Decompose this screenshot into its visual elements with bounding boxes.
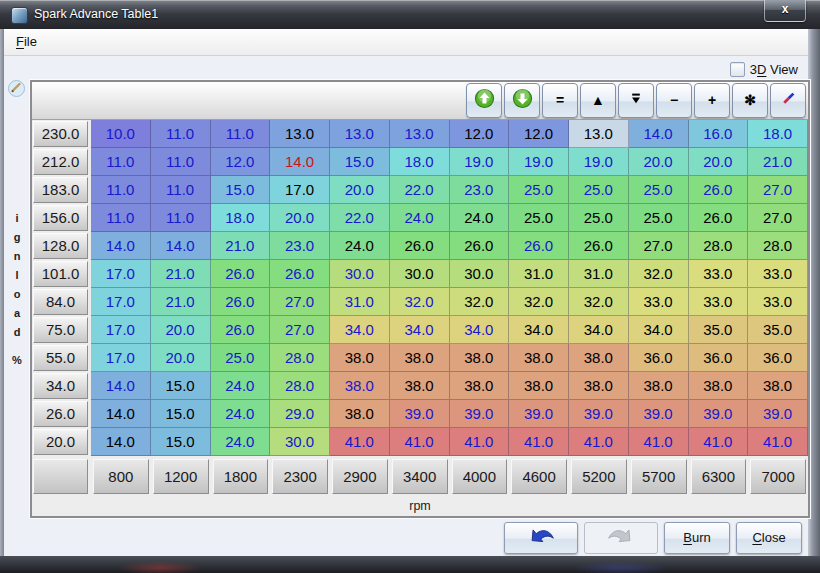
table-cell-84.0-800[interactable]: 17.0 (91, 288, 151, 316)
table-cell-183.0-3400[interactable]: 22.0 (390, 176, 450, 204)
table-cell-101.0-2300[interactable]: 26.0 (270, 260, 330, 288)
table-cell-84.0-7000[interactable]: 33.0 (748, 288, 808, 316)
multiply-button[interactable]: ✻ (732, 83, 768, 118)
table-cell-156.0-3400[interactable]: 24.0 (390, 204, 450, 232)
table-cell-156.0-4000[interactable]: 24.0 (450, 204, 510, 232)
table-cell-128.0-3400[interactable]: 26.0 (390, 232, 450, 260)
burn-button[interactable]: Burn (664, 522, 730, 554)
table-cell-75.0-6300[interactable]: 35.0 (689, 316, 749, 344)
minus-button[interactable]: − (656, 83, 692, 118)
table-cell-55.0-5200[interactable]: 38.0 (569, 344, 629, 372)
table-cell-212.0-1200[interactable]: 11.0 (151, 148, 211, 176)
table-cell-212.0-2900[interactable]: 15.0 (330, 148, 390, 176)
table-cell-55.0-1800[interactable]: 25.0 (211, 344, 271, 372)
table-cell-101.0-1800[interactable]: 26.0 (211, 260, 271, 288)
table-cell-26.0-4600[interactable]: 39.0 (509, 400, 569, 428)
table-cell-55.0-3400[interactable]: 38.0 (390, 344, 450, 372)
table-cell-183.0-7000[interactable]: 27.0 (748, 176, 808, 204)
table-cell-26.0-5700[interactable]: 39.0 (629, 400, 689, 428)
table-cell-26.0-3400[interactable]: 39.0 (390, 400, 450, 428)
table-cell-55.0-2900[interactable]: 38.0 (330, 344, 390, 372)
table-cell-84.0-1200[interactable]: 21.0 (151, 288, 211, 316)
table-cell-26.0-5200[interactable]: 39.0 (569, 400, 629, 428)
table-cell-230.0-3400[interactable]: 13.0 (390, 120, 450, 148)
table-cell-101.0-6300[interactable]: 33.0 (689, 260, 749, 288)
table-cell-156.0-4600[interactable]: 25.0 (509, 204, 569, 232)
table-cell-128.0-7000[interactable]: 28.0 (748, 232, 808, 260)
table-cell-84.0-6300[interactable]: 33.0 (689, 288, 749, 316)
col-header-800[interactable]: 800 (93, 459, 149, 494)
table-cell-156.0-2900[interactable]: 22.0 (330, 204, 390, 232)
row-header-26.0[interactable]: 26.0 (33, 401, 88, 427)
table-cell-101.0-5700[interactable]: 32.0 (629, 260, 689, 288)
table-cell-26.0-7000[interactable]: 39.0 (748, 400, 808, 428)
row-header-55.0[interactable]: 55.0 (33, 345, 88, 371)
row-header-156.0[interactable]: 156.0 (33, 205, 88, 231)
close-button[interactable]: Close (736, 522, 802, 554)
table-cell-34.0-2900[interactable]: 38.0 (330, 372, 390, 400)
table-cell-212.0-5200[interactable]: 19.0 (569, 148, 629, 176)
table-cell-101.0-4000[interactable]: 30.0 (450, 260, 510, 288)
table-cell-101.0-5200[interactable]: 31.0 (569, 260, 629, 288)
table-cell-84.0-5200[interactable]: 32.0 (569, 288, 629, 316)
selected-table-cell-230.0-5200[interactable]: 13.0 (569, 120, 629, 148)
table-cell-84.0-2300[interactable]: 27.0 (270, 288, 330, 316)
table-cell-230.0-4000[interactable]: 12.0 (450, 120, 510, 148)
bump-down-button[interactable] (504, 83, 540, 118)
table-cell-101.0-800[interactable]: 17.0 (91, 260, 151, 288)
table-cell-34.0-5200[interactable]: 38.0 (569, 372, 629, 400)
table-cell-101.0-4600[interactable]: 31.0 (509, 260, 569, 288)
table-cell-183.0-1800[interactable]: 15.0 (211, 176, 271, 204)
table-cell-156.0-800[interactable]: 11.0 (91, 204, 151, 232)
table-cell-34.0-6300[interactable]: 38.0 (689, 372, 749, 400)
table-cell-34.0-4600[interactable]: 38.0 (509, 372, 569, 400)
col-header-7000[interactable]: 7000 (750, 459, 806, 494)
table-cell-34.0-2300[interactable]: 28.0 (270, 372, 330, 400)
table-cell-128.0-6300[interactable]: 28.0 (689, 232, 749, 260)
table-cell-20.0-6300[interactable]: 41.0 (689, 428, 749, 456)
table-cell-128.0-800[interactable]: 14.0 (91, 232, 151, 260)
close-window-button[interactable]: x (764, 0, 806, 22)
table-cell-20.0-4000[interactable]: 41.0 (450, 428, 510, 456)
table-cell-230.0-1800[interactable]: 11.0 (211, 120, 271, 148)
table-cell-212.0-5700[interactable]: 20.0 (629, 148, 689, 176)
table-cell-20.0-1200[interactable]: 15.0 (151, 428, 211, 456)
table-cell-156.0-7000[interactable]: 27.0 (748, 204, 808, 232)
table-cell-84.0-1800[interactable]: 26.0 (211, 288, 271, 316)
col-header-6300[interactable]: 6300 (691, 459, 747, 494)
table-cell-20.0-1800[interactable]: 24.0 (211, 428, 271, 456)
table-cell-101.0-3400[interactable]: 30.0 (390, 260, 450, 288)
table-cell-26.0-1800[interactable]: 24.0 (211, 400, 271, 428)
table-cell-75.0-3400[interactable]: 34.0 (390, 316, 450, 344)
table-cell-20.0-7000[interactable]: 41.0 (748, 428, 808, 456)
table-cell-26.0-2900[interactable]: 38.0 (330, 400, 390, 428)
table-cell-230.0-6300[interactable]: 16.0 (689, 120, 749, 148)
table-cell-183.0-4600[interactable]: 25.0 (509, 176, 569, 204)
table-cell-55.0-5700[interactable]: 36.0 (629, 344, 689, 372)
table-cell-212.0-6300[interactable]: 20.0 (689, 148, 749, 176)
table-cell-84.0-5700[interactable]: 33.0 (629, 288, 689, 316)
table-cell-183.0-4000[interactable]: 23.0 (450, 176, 510, 204)
table-cell-212.0-4600[interactable]: 19.0 (509, 148, 569, 176)
table-cell-156.0-5200[interactable]: 25.0 (569, 204, 629, 232)
row-header-101.0[interactable]: 101.0 (33, 261, 88, 287)
table-cell-55.0-1200[interactable]: 20.0 (151, 344, 211, 372)
table-cell-20.0-4600[interactable]: 41.0 (509, 428, 569, 456)
table-cell-34.0-1200[interactable]: 15.0 (151, 372, 211, 400)
table-cell-75.0-1800[interactable]: 26.0 (211, 316, 271, 344)
table-cell-84.0-3400[interactable]: 32.0 (390, 288, 450, 316)
table-cell-212.0-800[interactable]: 11.0 (91, 148, 151, 176)
table-cell-212.0-4000[interactable]: 19.0 (450, 148, 510, 176)
table-cell-26.0-4000[interactable]: 39.0 (450, 400, 510, 428)
table-cell-84.0-4600[interactable]: 32.0 (509, 288, 569, 316)
table-cell-156.0-2300[interactable]: 20.0 (270, 204, 330, 232)
col-header-1800[interactable]: 1800 (213, 459, 269, 494)
table-cell-230.0-1200[interactable]: 11.0 (151, 120, 211, 148)
table-cell-156.0-1200[interactable]: 11.0 (151, 204, 211, 232)
view-3d-checkbox[interactable] (730, 62, 745, 77)
table-cell-128.0-2900[interactable]: 24.0 (330, 232, 390, 260)
undo-button[interactable] (504, 522, 578, 554)
col-header-5700[interactable]: 5700 (631, 459, 687, 494)
table-cell-230.0-4600[interactable]: 12.0 (509, 120, 569, 148)
table-cell-128.0-4000[interactable]: 26.0 (450, 232, 510, 260)
